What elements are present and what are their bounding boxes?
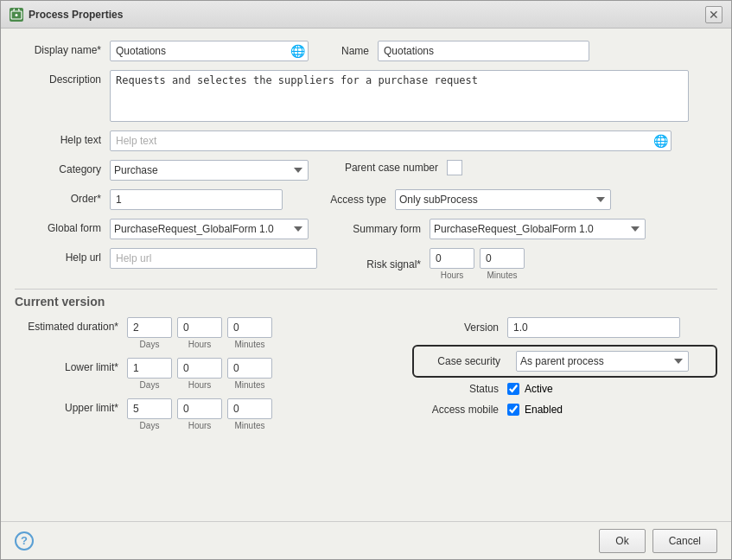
close-button[interactable]: ✕ xyxy=(705,6,722,23)
lower-hours-item: Hours xyxy=(177,358,222,390)
current-version-title: Current version xyxy=(15,295,717,309)
access-mobile-checkbox[interactable] xyxy=(507,404,519,416)
upper-hours-input[interactable] xyxy=(177,398,222,419)
category-row: Category Purchase Parent case number xyxy=(15,160,717,181)
category-select[interactable]: Purchase xyxy=(110,160,309,181)
status-row: Status Active xyxy=(412,383,717,395)
global-form-row: Global form PurchaseRequest_GlobalForm 1… xyxy=(15,219,717,239)
lower-hours-input[interactable] xyxy=(177,358,222,379)
footer-buttons: Ok Cancel xyxy=(599,529,717,553)
case-security-select[interactable]: As parent process xyxy=(516,351,689,372)
parent-case-label: Parent case number xyxy=(326,162,447,174)
risk-minutes-item: Minutes xyxy=(480,248,525,280)
access-type-label: Access type xyxy=(300,194,395,206)
section-divider xyxy=(15,289,717,290)
cancel-button[interactable]: Cancel xyxy=(652,529,717,553)
help-url-input[interactable] xyxy=(110,248,317,269)
global-form-label: Global form xyxy=(15,219,110,234)
description-textarea[interactable]: Requests and selectes the suppliers for … xyxy=(110,70,689,122)
help-text-input-wrapper: 🌐 xyxy=(110,130,672,151)
help-text-input[interactable] xyxy=(110,130,672,151)
dialog-title: Process Properties xyxy=(29,9,123,21)
help-text-row: Help text 🌐 xyxy=(15,130,717,151)
access-mobile-label: Access mobile xyxy=(412,404,507,416)
parent-case-group: Parent case number xyxy=(326,160,462,175)
summary-form-label: Summary form xyxy=(326,223,430,235)
name-label: Name xyxy=(326,45,378,57)
category-label: Category xyxy=(15,160,110,175)
current-version-left: Estimated duration* Days Hours Minute xyxy=(15,317,412,439)
lower-minutes-input[interactable] xyxy=(227,358,272,379)
display-name-input[interactable] xyxy=(110,41,309,61)
name-input[interactable] xyxy=(378,41,589,61)
upper-minutes-label: Minutes xyxy=(234,421,264,430)
help-globe-icon[interactable]: 🌐 xyxy=(653,134,668,148)
est-minutes-label: Minutes xyxy=(234,340,264,349)
description-row: Description Requests and selectes the su… xyxy=(15,70,717,122)
est-hours-label: Hours xyxy=(188,340,212,349)
lower-limit-label: Lower limit* xyxy=(15,358,127,373)
upper-minutes-item: Minutes xyxy=(227,398,272,430)
risk-duration-group: Hours Minutes xyxy=(430,248,525,280)
est-days-item: Days xyxy=(127,317,172,349)
global-form-select[interactable]: PurchaseRequest_GlobalForm 1.0 xyxy=(110,219,309,239)
parent-case-checkbox[interactable] xyxy=(447,160,462,175)
upper-hours-label: Hours xyxy=(188,421,212,430)
upper-limit-group: Days Hours Minutes xyxy=(127,398,272,430)
access-mobile-row: Access mobile Enabled xyxy=(412,404,717,416)
risk-hours-input[interactable] xyxy=(430,248,474,269)
est-minutes-input[interactable] xyxy=(227,317,272,338)
estimated-duration-row: Estimated duration* Days Hours Minute xyxy=(15,317,412,349)
upper-hours-item: Hours xyxy=(177,398,222,430)
lower-minutes-label: Minutes xyxy=(234,380,264,390)
case-security-highlight: Case security As parent process xyxy=(412,345,717,378)
upper-days-item: Days xyxy=(127,398,172,430)
est-days-input[interactable] xyxy=(127,317,172,338)
display-name-label: Display name* xyxy=(15,41,110,56)
risk-minutes-input[interactable] xyxy=(480,248,525,269)
summary-form-select[interactable]: PurchaseRequest_GlobalForm 1.0 xyxy=(430,219,646,239)
order-label: Order* xyxy=(15,189,110,205)
lower-limit-group: Days Hours Minutes xyxy=(127,358,272,390)
order-input[interactable] xyxy=(110,189,283,210)
version-input[interactable] xyxy=(507,317,680,338)
footer: ? Ok Cancel xyxy=(1,521,731,559)
name-group: Name xyxy=(326,41,589,61)
help-url-row: Help url Risk signal* Hours Minutes xyxy=(15,248,717,280)
case-security-label: Case security xyxy=(421,355,507,367)
help-text-label: Help text xyxy=(15,130,110,146)
status-checkbox[interactable] xyxy=(507,383,519,395)
risk-hours-label: Hours xyxy=(441,270,464,280)
title-bar-left: Process Properties xyxy=(10,8,123,22)
upper-minutes-input[interactable] xyxy=(227,398,272,419)
estimated-duration-label: Estimated duration* xyxy=(15,317,127,333)
help-button[interactable]: ? xyxy=(15,531,34,550)
est-hours-item: Hours xyxy=(177,317,222,349)
access-type-select[interactable]: Only subProcess xyxy=(395,189,611,210)
risk-hours-item: Hours xyxy=(430,248,474,280)
access-mobile-checkbox-group: Enabled xyxy=(507,404,563,416)
svg-point-1 xyxy=(16,14,18,16)
dialog-window: Process Properties ✕ Display name* 🌐 Nam… xyxy=(0,0,732,560)
app-icon xyxy=(10,8,23,22)
upper-limit-label: Upper limit* xyxy=(15,398,127,414)
lower-days-input[interactable] xyxy=(127,358,172,379)
upper-limit-row: Upper limit* Days Hours Minutes xyxy=(15,398,412,430)
display-name-row: Display name* 🌐 Name xyxy=(15,41,717,61)
version-row: Version xyxy=(412,317,717,338)
risk-signal-group: Risk signal* Hours Minutes xyxy=(334,248,525,280)
upper-days-label: Days xyxy=(140,421,160,430)
est-hours-input[interactable] xyxy=(177,317,222,338)
est-minutes-item: Minutes xyxy=(227,317,272,349)
risk-signal-label: Risk signal* xyxy=(334,258,430,270)
status-label: Status xyxy=(412,383,507,395)
globe-icon[interactable]: 🌐 xyxy=(290,44,305,58)
help-url-label: Help url xyxy=(15,248,110,264)
lower-limit-row: Lower limit* Days Hours Minutes xyxy=(15,358,412,390)
display-name-input-wrapper: 🌐 xyxy=(110,41,309,61)
current-version-right: Version Case security As parent process … xyxy=(412,317,717,439)
upper-days-input[interactable] xyxy=(127,398,172,419)
title-bar: Process Properties ✕ xyxy=(1,1,731,29)
current-version-layout: Estimated duration* Days Hours Minute xyxy=(15,317,717,439)
ok-button[interactable]: Ok xyxy=(599,529,645,553)
